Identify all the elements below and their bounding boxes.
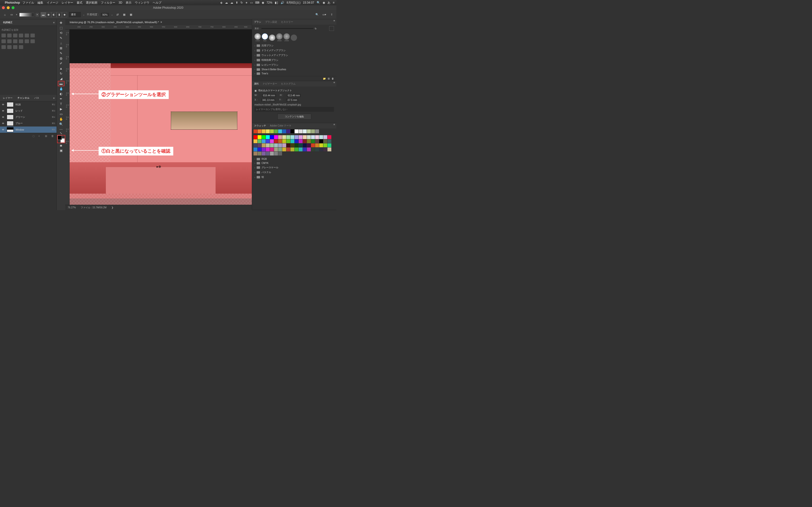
- brush-folder[interactable]: レガシーブラシ: [252, 62, 337, 67]
- move-tool[interactable]: ✥: [58, 20, 64, 25]
- channel-red[interactable]: 👁 レッド ⌘3: [0, 108, 57, 114]
- time-text[interactable]: 15:34:07: [303, 1, 314, 4]
- channel-rgb[interactable]: 👁 RGB ⌘2: [0, 101, 57, 108]
- channel-green[interactable]: 👁 グリーン ⌘4: [0, 114, 57, 120]
- history-tab[interactable]: ヒストリー: [281, 19, 294, 24]
- swatch[interactable]: [303, 135, 307, 139]
- swatch[interactable]: [327, 148, 331, 151]
- swatch[interactable]: [323, 148, 327, 151]
- layers-tab[interactable]: レイヤー: [2, 96, 13, 100]
- swatch[interactable]: [278, 148, 282, 151]
- swatch[interactable]: [311, 135, 315, 139]
- swatch[interactable]: [311, 144, 315, 147]
- blend-mode-select[interactable]: 通常: [69, 12, 81, 17]
- adj-colorbalance-icon[interactable]: [1, 39, 6, 43]
- menu-image[interactable]: イメージ: [47, 1, 58, 5]
- screenmode-tool[interactable]: ▣: [58, 148, 64, 153]
- swatch[interactable]: [315, 129, 319, 133]
- swatch[interactable]: [315, 144, 319, 147]
- adj-vibrance-icon[interactable]: [24, 34, 29, 38]
- swatch[interactable]: [299, 148, 303, 151]
- swatch[interactable]: [291, 144, 294, 147]
- swatch[interactable]: [299, 129, 303, 133]
- swatch[interactable]: [323, 139, 327, 143]
- swatch[interactable]: [278, 139, 282, 143]
- swatch[interactable]: [274, 129, 278, 133]
- gradient-linear-button[interactable]: ▬: [41, 12, 46, 17]
- adj-colorlookup-icon[interactable]: [24, 39, 29, 43]
- swatch[interactable]: [286, 135, 290, 139]
- swatch[interactable]: [299, 144, 303, 147]
- adj-curves-icon[interactable]: [13, 34, 17, 38]
- gradient-tool[interactable]: ▬: [58, 81, 64, 86]
- swatch[interactable]: [291, 135, 294, 139]
- swap-colors-icon[interactable]: ⤡: [58, 132, 64, 134]
- swatch[interactable]: [266, 148, 270, 151]
- adj-photofilter-icon[interactable]: [13, 39, 17, 43]
- status-arrow-icon[interactable]: ❯: [111, 206, 113, 209]
- paths-tab[interactable]: パス: [33, 96, 40, 100]
- swatch[interactable]: [299, 139, 303, 143]
- swatch[interactable]: [307, 135, 311, 139]
- share-button[interactable]: ⇪: [329, 12, 334, 17]
- swatch[interactable]: [319, 135, 323, 139]
- brush-preset[interactable]: [276, 33, 283, 40]
- menu-3d[interactable]: 3D: [119, 1, 122, 4]
- swatch[interactable]: [274, 139, 278, 143]
- swatch[interactable]: [258, 152, 261, 156]
- menu-select[interactable]: 選択範囲: [86, 1, 97, 5]
- swatch[interactable]: [286, 148, 290, 151]
- brush-preset[interactable]: [291, 35, 297, 41]
- swatch[interactable]: [278, 152, 282, 156]
- timemachine-icon[interactable]: ↻: [241, 1, 243, 4]
- swatch[interactable]: [319, 139, 323, 143]
- menu-filter[interactable]: フィルター: [101, 1, 115, 5]
- keyboard-icon[interactable]: ⌨: [255, 1, 259, 4]
- swatch[interactable]: [254, 135, 257, 139]
- display-icon[interactable]: ▭: [250, 1, 253, 4]
- properties-tab[interactable]: 属性: [254, 81, 259, 87]
- zoom-level[interactable]: 76.27%: [68, 206, 76, 209]
- swatch[interactable]: [258, 148, 261, 151]
- brush-folder[interactable]: Tree's: [252, 71, 337, 75]
- dropbox-icon[interactable]: ⬖: [220, 1, 222, 4]
- spotlight-icon[interactable]: 🔍: [317, 1, 320, 4]
- swatch[interactable]: [282, 139, 286, 143]
- channel-blue[interactable]: 👁 ブルー ⌘5: [0, 120, 57, 126]
- swatch[interactable]: [307, 129, 311, 133]
- adj-invert-icon[interactable]: [31, 39, 35, 43]
- panel-menu-icon[interactable]: ≡: [53, 97, 55, 100]
- menu-window[interactable]: ウィンドウ: [135, 1, 149, 5]
- swatch-folder[interactable]: グレースケール: [252, 165, 337, 170]
- dodge-tool[interactable]: ◐: [58, 91, 64, 96]
- brush-reset-icon[interactable]: ↻: [315, 27, 317, 30]
- brush-preset[interactable]: [284, 33, 290, 40]
- app-name[interactable]: Photoshop: [5, 1, 20, 4]
- swatch[interactable]: [274, 152, 278, 156]
- tool-preset-icon[interactable]: ▭: [9, 12, 14, 17]
- quickmask-tool[interactable]: ◙: [58, 143, 64, 148]
- adj-hue-icon[interactable]: [31, 34, 35, 38]
- swatch[interactable]: [282, 129, 286, 133]
- swatch-folder[interactable]: パステル: [252, 170, 337, 175]
- visibility-icon[interactable]: 👁: [1, 109, 5, 113]
- swatch[interactable]: [270, 135, 274, 139]
- siri-icon[interactable]: ◉: [323, 1, 325, 4]
- brush-folder[interactable]: ドライメディアブラシ: [252, 48, 337, 53]
- swatch[interactable]: [286, 144, 290, 147]
- swatch[interactable]: [327, 135, 331, 139]
- brush-folder[interactable]: Show it Better Brushes: [252, 67, 337, 71]
- blur-tool[interactable]: 💧: [58, 86, 64, 91]
- history-brush-tool[interactable]: ↻: [58, 71, 64, 76]
- weather-icon[interactable]: ☁: [230, 1, 233, 4]
- swatch[interactable]: [270, 144, 274, 147]
- cloud-sync-icon[interactable]: ☁: [225, 1, 228, 4]
- cloud-upload-icon[interactable]: ⬆: [236, 1, 238, 4]
- delete-channel-icon[interactable]: 🗑: [51, 134, 55, 138]
- bluetooth-icon[interactable]: ∗: [245, 1, 248, 4]
- new-folder-icon[interactable]: 📁: [323, 77, 326, 80]
- swatch[interactable]: [274, 144, 278, 147]
- swatch[interactable]: [274, 135, 278, 139]
- window-zoom-button[interactable]: [12, 6, 14, 9]
- save-selection-icon[interactable]: ▪: [39, 134, 43, 138]
